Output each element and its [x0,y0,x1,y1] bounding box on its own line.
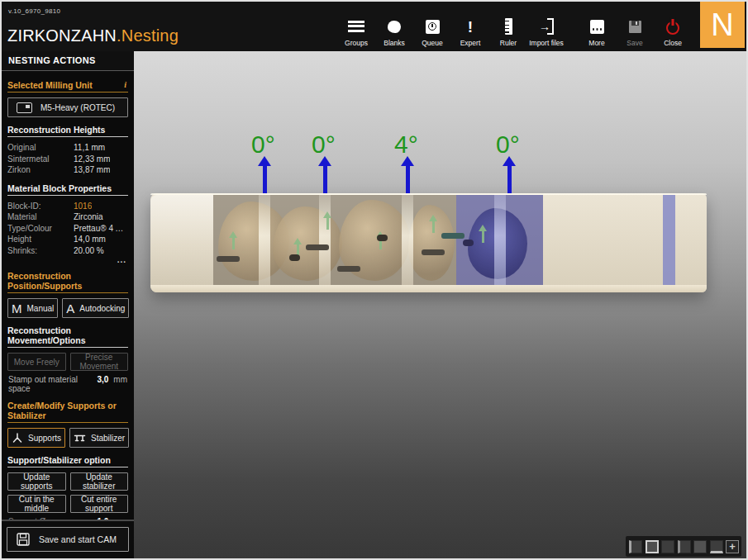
support-bar [337,266,360,272]
queue-button[interactable]: Queue [413,17,451,47]
reconstruction-zone[interactable] [213,195,456,285]
support-pin-column [494,195,506,285]
milling-unit-label: M5-Heavy (ROTEC) [40,103,115,112]
move-freely-button[interactable]: Move Freely [7,353,66,371]
block-left-cap [150,195,213,285]
import-files-icon: → [539,18,554,35]
expert-button[interactable]: ! Expert [451,17,489,47]
blanks-button[interactable]: Blanks [375,17,413,47]
angle-label: 4° [394,132,418,157]
blue-marker-stripe [663,195,675,285]
view-right-face-button[interactable] [678,540,691,553]
insertion-axis-arrow-icon [322,211,332,231]
expert-exclamation-icon: ! [468,19,473,35]
view-front-face-button[interactable] [646,540,659,553]
support-pin-column [259,195,270,285]
panel-content: Selected Milling Uniti M5-Heavy (ROTEC) … [2,71,134,520]
panel-title: NESTING ACTIONS [2,51,134,71]
blanks-icon [388,21,401,33]
angle-marker-1[interactable]: 0° [251,132,278,195]
prop-row-block-id: Block-ID: 1016 [7,201,128,212]
add-view-button[interactable]: + [726,540,739,553]
header-toolbar: Groups Blanks Queue ! Expert Ruler → Imp… [337,2,692,51]
groups-label: Groups [345,39,368,47]
groups-icon [348,21,364,32]
queue-label: Queue [422,39,443,47]
stabilizer-button[interactable]: Stabilizer [69,428,129,448]
header-bar: v.10_6970_9810 ZIRKONZAHN.Nesting Groups… [2,2,746,51]
update-stabilizer-button[interactable]: Update stabilizer [70,472,129,491]
angle-label: 0° [312,132,336,157]
support-bar [306,244,329,250]
height-row-zirkon: Zirkon 13,87 mm [7,164,128,176]
reconstruction-heights-heading: Reconstruction Heights [7,125,128,137]
material-block[interactable] [150,193,707,292]
supports-stabilizer-heading: Create/Modify Supports or Stabilizer [7,401,128,423]
queue-clock-icon [426,20,440,34]
supports-button[interactable]: Supports [7,428,65,448]
close-button[interactable]: Close [654,17,692,47]
view-back-face-button[interactable] [661,540,674,553]
view-top-face-button[interactable] [693,540,707,553]
autodocking-button[interactable]: A Autodocking [62,298,129,318]
angle-marker-2[interactable]: 0° [312,132,338,195]
save-and-start-cam-button[interactable]: Save and start CAM [7,527,129,552]
save-button[interactable]: Save [616,17,654,47]
height-row-original: Original 11,1 mm [7,142,128,154]
expert-label: Expert [460,39,481,47]
groups-button[interactable]: Groups [337,17,375,47]
insertion-axis-arrow-icon [478,225,488,244]
precise-movement-button[interactable]: Precise Movement [70,353,129,371]
cut-in-middle-button[interactable]: Cut in the middle [7,495,66,513]
support-pin-column [319,195,331,285]
ruler-label: Ruler [500,39,517,47]
prop-row-material: Material Zirconia [7,211,128,223]
selected-reconstruction-zone[interactable] [456,195,543,285]
save-cam-floppy-icon [17,533,30,546]
position-supports-heading: Reconstruction Position/Supports [7,271,128,293]
milling-machine-icon [17,102,32,113]
import-files-label: Import files [529,39,564,47]
ruler-icon [505,18,512,35]
close-power-icon [666,21,679,35]
app-window: v.10_6970_9810 ZIRKONZAHN.Nesting Groups… [0,0,748,560]
view-left-face-button[interactable] [629,540,642,553]
nesting-3d-viewport[interactable]: 0° 0° 4° 0° + [134,51,746,558]
insertion-axis-arrow-icon [228,231,238,251]
angle-label: 0° [251,132,275,157]
close-label: Close [664,39,682,47]
brand-primary: ZIRKONZAHN [7,26,117,45]
stabilizer-bridge-icon [74,432,86,444]
save-cam-panel: Save and start CAM [2,520,134,558]
manual-button[interactable]: M Manual [7,298,58,318]
support-node [289,254,300,261]
manual-initial: M [12,301,22,316]
block-properties-more[interactable]: ... [7,257,126,263]
prop-row-type-colour: Type/Colour Prettau® 4 Anterior... [7,223,128,235]
movement-options-heading: Reconstruction Movement/Options [7,325,128,348]
support-bar [441,233,465,239]
nesting-app-badge: N [700,2,745,48]
support-bar [422,249,445,255]
supports-tripod-icon [12,432,23,444]
ruler-button[interactable]: Ruler [489,17,527,47]
brand-accent: .Nesting [117,26,179,45]
update-supports-button[interactable]: Update supports [7,472,66,491]
nesting-actions-panel: NESTING ACTIONS Selected Milling Uniti M… [2,51,135,558]
stamp-out-material-row: Stamp out material space 3,0 mm [8,375,127,393]
save-floppy-icon [629,21,641,33]
view-orientation-toolbar: + [626,536,741,557]
prop-row-height: Height 14,0 mm [7,234,128,245]
info-icon[interactable]: i [124,80,126,89]
angle-marker-4[interactable]: 0° [496,132,522,195]
import-files-button[interactable]: → Import files [527,17,565,47]
more-button[interactable]: More [578,17,616,47]
blanks-label: Blanks [384,39,405,47]
angle-label: 0° [496,132,520,157]
cut-entire-support-button[interactable]: Cut entire support [70,495,129,513]
autodocking-initial: A [66,301,74,316]
milling-unit-button[interactable]: M5-Heavy (ROTEC) [7,97,128,117]
view-bottom-face-button[interactable] [710,540,723,553]
angle-marker-3[interactable]: 4° [394,132,421,195]
stamp-value[interactable]: 3,0 [97,375,108,384]
